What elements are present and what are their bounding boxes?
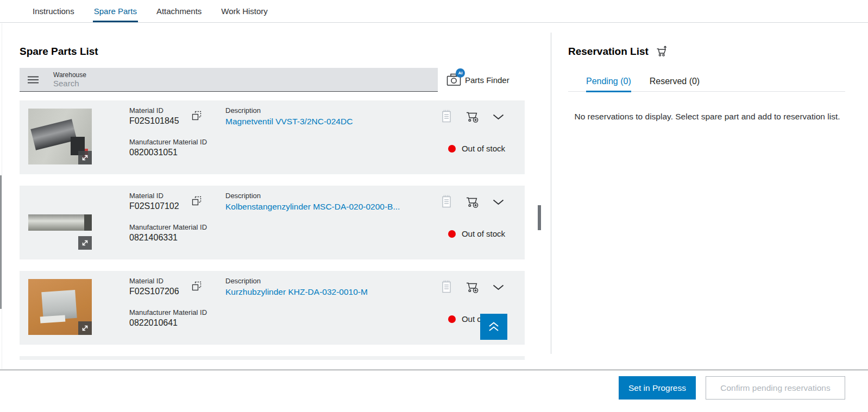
material-id-label: Material ID [129, 276, 179, 286]
part-thumbnail [28, 194, 92, 250]
diagonal-expand-icon [81, 239, 89, 247]
tab-pending[interactable]: Pending (0) [586, 71, 631, 92]
panel-divider [551, 33, 551, 354]
tab-reserved[interactable]: Reserved (0) [650, 71, 700, 92]
spare-part-row: Material ID F02S107206 Manufacturer Mate… [20, 271, 525, 345]
parts-finder-button[interactable]: AI Parts Finder [446, 71, 510, 88]
diagonal-expand-icon [81, 324, 89, 332]
notepad-icon[interactable] [441, 194, 452, 210]
description-link[interactable]: Kurzhubzylinder KHZ-DA-032-0010-M [225, 287, 368, 296]
tab-work-history[interactable]: Work History [220, 0, 269, 22]
diagonal-expand-icon [81, 154, 89, 162]
spare-parts-page: Instructions Spare Parts Attachments Wor… [0, 0, 868, 412]
out-of-stock-dot [448, 230, 456, 238]
warehouse-search-input[interactable] [53, 79, 379, 88]
reservation-header: Reservation List [568, 46, 668, 58]
spare-parts-list: Material ID F02S101845 Manufacturer Mate… [20, 100, 525, 360]
part-thumbnail [28, 279, 92, 335]
camera-ai-icon: AI [446, 73, 461, 86]
out-of-stock-dot [448, 145, 456, 153]
manufacturer-material-id-value: 0820031051 [129, 147, 207, 159]
row-action-icons [441, 109, 504, 124]
spare-part-row-partial [20, 356, 525, 360]
description-block: Description Kurzhubzylinder KHZ-DA-032-0… [225, 276, 368, 299]
set-in-progress-button[interactable]: Set in Progress [619, 376, 696, 400]
manufacturer-material-id-label: Manufacturer Material ID [129, 137, 207, 147]
notepad-icon[interactable] [441, 109, 452, 124]
part-thumbnail [28, 109, 92, 164]
manufacturer-material-id-label: Manufacturer Material ID [129, 308, 207, 317]
top-tab-bar: Instructions Spare Parts Attachments Wor… [0, 0, 868, 23]
row-action-icons [441, 194, 504, 210]
expand-image-button[interactable] [78, 236, 92, 250]
parts-finder-label: Parts Finder [465, 75, 510, 85]
material-id-value: F02S107206 [129, 286, 179, 297]
stock-status-text: Out of stock [462, 144, 505, 153]
description-link[interactable]: Magnetventil VVST-3/2NC-024DC [225, 117, 353, 126]
out-of-stock-dot [448, 315, 456, 323]
confirm-pending-reservations-button[interactable]: Confirm pending reservations [706, 376, 845, 400]
tab-instructions[interactable]: Instructions [32, 0, 76, 22]
chevron-down-icon[interactable] [493, 199, 504, 205]
spare-part-row: Material ID F02S107102 Manufacturer Mate… [20, 186, 525, 259]
stock-status-text: Out of stock [462, 229, 505, 238]
copy-icon[interactable] [191, 110, 202, 121]
ai-badge: AI [456, 68, 465, 78]
tab-spare-parts[interactable]: Spare Parts [93, 0, 138, 22]
search-field-label: Warehouse [53, 71, 379, 79]
material-id-block: Material ID F02S101845 [129, 106, 179, 127]
description-label: Description [225, 106, 353, 115]
manufacturer-material-id-label: Manufacturer Material ID [129, 223, 207, 232]
manufacturer-material-id-value: 0822010641 [129, 317, 207, 329]
expand-image-button[interactable] [78, 151, 92, 164]
material-id-value: F02S107102 [129, 200, 179, 212]
tab-attachments[interactable]: Attachments [155, 0, 203, 22]
cart-upload-icon [656, 46, 668, 58]
page-scrollbar-track [2, 23, 2, 369]
material-id-block: Material ID F02S107206 [129, 276, 179, 297]
cart-add-icon[interactable] [466, 196, 480, 208]
copy-icon[interactable] [191, 195, 202, 206]
part-photo [28, 214, 92, 231]
reservation-empty-message: No reservations to display. Select spare… [568, 110, 846, 123]
chevron-down-icon[interactable] [493, 114, 504, 120]
chevron-down-icon[interactable] [493, 284, 504, 290]
spare-parts-list-title: Spare Parts List [20, 46, 98, 58]
notepad-icon[interactable] [441, 280, 452, 295]
material-id-block: Material ID F02S107102 [129, 191, 179, 212]
description-block: Description Kolbenstangenzylinder MSC-DA… [225, 191, 400, 213]
reservation-list-title: Reservation List [568, 46, 649, 58]
cart-add-icon[interactable] [466, 111, 480, 123]
manufacturer-material-id-value: 0821406331 [129, 232, 207, 244]
manufacturer-material-id-block: Manufacturer Material ID 0820031051 [129, 137, 207, 159]
cart-add-icon[interactable] [466, 281, 480, 293]
description-label: Description [225, 276, 368, 286]
page-scrollbar-thumb[interactable] [0, 175, 2, 309]
material-id-label: Material ID [129, 191, 179, 200]
footer-action-bar: Set in Progress Confirm pending reservat… [0, 370, 868, 412]
stock-status: Out of stock [448, 229, 505, 238]
description-block: Description Magnetventil VVST-3/2NC-024D… [225, 106, 353, 128]
material-id-value: F02S101845 [129, 115, 179, 127]
spare-part-row: Material ID F02S101845 Manufacturer Mate… [20, 100, 525, 174]
description-link[interactable]: Kolbenstangenzylinder MSC-DA-020-0200-B.… [225, 202, 400, 211]
menu-icon[interactable] [28, 76, 39, 84]
scroll-to-top-button[interactable] [480, 314, 507, 340]
list-scrollbar-thumb[interactable] [538, 205, 541, 230]
warehouse-search-bar: Warehouse [20, 68, 438, 92]
expand-image-button[interactable] [78, 321, 92, 335]
manufacturer-material-id-block: Manufacturer Material ID 0822010641 [129, 308, 207, 329]
reservation-tabs: Pending (0) Reserved (0) [568, 71, 845, 92]
manufacturer-material-id-block: Manufacturer Material ID 0821406331 [129, 223, 207, 244]
search-field-stack: Warehouse [53, 71, 379, 88]
double-chevron-up-icon [487, 321, 501, 332]
row-action-icons [441, 280, 504, 295]
copy-icon[interactable] [191, 281, 202, 291]
material-id-label: Material ID [129, 106, 179, 115]
stock-status: Out of stock [448, 144, 505, 153]
description-label: Description [225, 191, 400, 200]
